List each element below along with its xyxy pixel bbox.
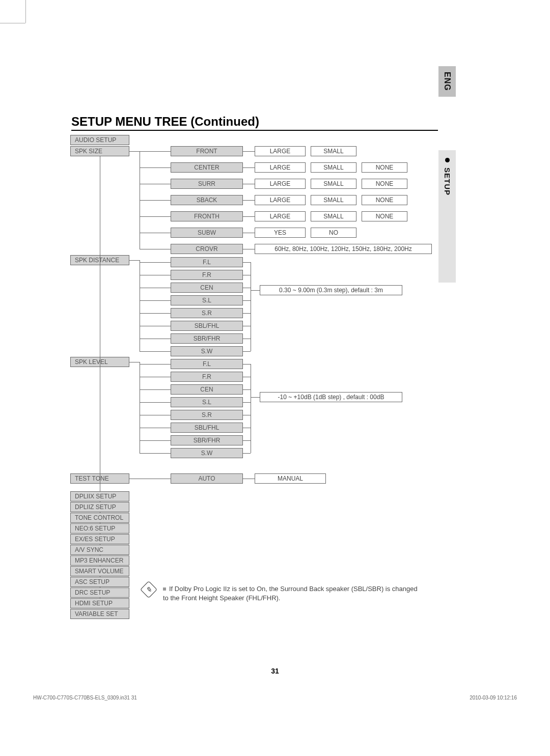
cat-other-8: ASC SETUP: [70, 577, 129, 587]
spksize-subw-no: NO: [311, 228, 356, 238]
connector: [140, 339, 171, 339]
connector: [251, 290, 260, 291]
note-icon: ✎: [140, 581, 157, 598]
connector: [140, 275, 171, 275]
connector: [243, 377, 251, 377]
connector: [140, 300, 171, 301]
connector: [243, 351, 251, 352]
connector: [140, 326, 171, 326]
spksize-surr: SURR: [171, 179, 243, 189]
connector: [140, 364, 171, 365]
spksize-crovr-range: 60Hz, 80Hz, 100Hz, 120Hz, 150Hz, 180Hz, …: [255, 244, 432, 254]
spksize-fronth: FRONTH: [171, 211, 243, 221]
spksize-front: FRONT: [171, 146, 243, 156]
connector: [140, 440, 171, 441]
cat-other-3: NEO:6 SETUP: [70, 523, 129, 534]
cat-other-0: DPLIIX SETUP: [70, 491, 129, 501]
connector: [243, 233, 255, 233]
connector: [140, 313, 171, 314]
spkdist-sbrfhr: SBR/FHR: [171, 333, 243, 344]
connector: [129, 362, 140, 362]
connector: [243, 262, 251, 263]
spkdist-cen: CEN: [171, 283, 243, 293]
connector: [243, 184, 255, 184]
spklvl-sblfhl: SBL/FHL: [171, 423, 243, 433]
spksize-surr-small: SMALL: [311, 179, 356, 189]
spkdist-sblfhl: SBL/FHL: [171, 321, 243, 331]
connector: [243, 167, 255, 168]
connector: [140, 351, 171, 352]
connector: [243, 313, 251, 314]
page-title: SETUP MENU TREE (Continued): [71, 115, 259, 129]
connector: [251, 262, 251, 351]
cat-other-4: EX/ES SETUP: [70, 534, 129, 544]
spklvl-sbrfhr: SBR/FHR: [171, 435, 243, 445]
spksize-surr-large: LARGE: [255, 179, 306, 189]
cat-spk-size: SPK SIZE: [70, 146, 129, 156]
connector: [129, 151, 140, 152]
spklvl-fl: F.L: [171, 359, 243, 369]
connector: [243, 415, 251, 415]
section-tab-label: SETUP: [443, 167, 452, 195]
cat-other-9: DRC SETUP: [70, 587, 129, 598]
cat-other-5: A/V SYNC: [70, 545, 129, 555]
spksize-fronth-none: NONE: [362, 211, 407, 221]
spksize-center-large: LARGE: [255, 162, 306, 173]
testtone-manual: MANUAL: [255, 473, 326, 484]
connector: [129, 260, 140, 261]
connector: [140, 167, 171, 168]
connector: [243, 326, 251, 326]
connector: [140, 453, 171, 454]
spksize-surr-none: NONE: [362, 179, 407, 189]
language-tab: ENG: [438, 66, 456, 97]
testtone-auto: AUTO: [171, 473, 243, 484]
connector: [243, 339, 251, 339]
connector: [140, 402, 171, 403]
connector: [140, 415, 171, 415]
connector: [243, 288, 251, 288]
spksize-center-none: NONE: [362, 162, 407, 173]
connector: [140, 249, 171, 249]
connector: [140, 389, 171, 390]
spkdist-sl: S.L: [171, 295, 243, 305]
connector: [140, 377, 171, 377]
spkdist-sw: S.W: [171, 346, 243, 356]
cat-other-6: MP3 ENHANCER: [70, 555, 129, 566]
connector: [140, 200, 171, 201]
spklvl-fr: F.R: [171, 372, 243, 382]
spksize-sback-large: LARGE: [255, 195, 306, 205]
footer-left: HW-C700-C770S-C770BS-ELS_0309.in31 31: [33, 695, 137, 701]
cat-other-10: HDMI SETUP: [70, 598, 129, 608]
section-tab: SETUP: [438, 150, 456, 283]
connector: [243, 428, 251, 428]
spklvl-cen: CEN: [171, 384, 243, 395]
connector: [140, 216, 171, 217]
page-number: 31: [0, 667, 550, 675]
spksize-fronth-large: LARGE: [255, 211, 306, 221]
spkdist-sr: S.R: [171, 308, 243, 318]
connector: [140, 184, 171, 184]
note-text: If Dolby Pro Logic IIz is set to On, the…: [163, 584, 423, 603]
spksize-front-large: LARGE: [255, 146, 306, 156]
connector: [243, 275, 251, 275]
cat-other-7: SMART VOLUME: [70, 566, 129, 576]
spklvl-range: -10 ~ +10dB (1dB step) , default : 00dB: [260, 392, 402, 402]
spkdist-fl: F.L: [171, 257, 243, 267]
connector: [140, 362, 140, 453]
cat-audio-setup: AUDIO SETUP: [70, 135, 129, 145]
spklvl-sl: S.L: [171, 397, 243, 407]
bullet-icon: [163, 587, 166, 591]
language-tab-label: ENG: [443, 72, 452, 91]
connector: [243, 200, 255, 201]
connector: [243, 440, 251, 441]
cat-other-11: VARIABLE SET: [70, 609, 129, 619]
connector: [140, 260, 140, 351]
connector: [251, 364, 251, 453]
connector: [251, 397, 260, 398]
connector: [243, 389, 251, 390]
connector: [140, 262, 171, 263]
connector: [243, 364, 251, 365]
crop-mark-v: [25, 0, 26, 23]
spksize-center: CENTER: [171, 162, 243, 173]
spklvl-sr: S.R: [171, 410, 243, 420]
